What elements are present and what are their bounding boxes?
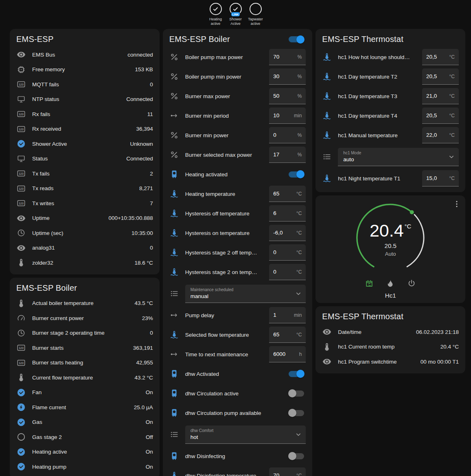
entity-row[interactable]: 123Tx fails2 (10, 166, 160, 181)
entity-row[interactable]: 123Burner starts heating42,955 (10, 355, 160, 371)
entity-row[interactable]: Burner min period10min (163, 106, 313, 125)
entity-row[interactable]: Burner min power0% (163, 125, 313, 145)
entity-row[interactable]: hc1 Night temperature T115,0°C (315, 169, 465, 188)
entity-row[interactable]: Hysteresis stage 2 off temp…0°C (163, 243, 313, 262)
number-input[interactable]: 22,0°C (422, 127, 459, 143)
entity-row[interactable]: Boiler pump max power70% (163, 47, 313, 67)
entity-row[interactable]: hc1 How hot lounge should…20,5°C (315, 47, 465, 67)
number-input[interactable]: 65°C (269, 186, 306, 202)
entity-row[interactable]: NTP statusConnected (10, 92, 160, 107)
entity-row[interactable]: StatusConnected (10, 151, 160, 167)
entity-row[interactable]: Burner max power50% (163, 86, 313, 106)
select-field[interactable]: hc1 Modeauto (338, 148, 459, 166)
entity-row[interactable]: dhw Disinfection temperature70°C (163, 466, 313, 476)
entity-row[interactable]: Free memory153 KB (10, 62, 160, 77)
entity-row[interactable]: Heating activated (163, 165, 313, 184)
number-input[interactable]: 0°C (269, 264, 306, 280)
number-input[interactable]: 6000h (269, 346, 306, 362)
number-input[interactable]: 0°C (269, 244, 306, 261)
entity-row[interactable]: GasOn (10, 415, 160, 430)
number-input[interactable]: 17% (269, 147, 306, 163)
entity-name: Burner max power (185, 93, 263, 99)
entity-row[interactable]: 123Tx writes7 (10, 196, 160, 211)
more-options-button[interactable] (452, 200, 462, 209)
glance-item[interactable]: Heating active (206, 3, 225, 29)
entity-row[interactable]: Burner stage 2 operating time0 (10, 326, 160, 341)
number-input[interactable]: 0% (269, 127, 306, 143)
entity-row[interactable]: EMS Busconnected (10, 47, 160, 62)
entity-row[interactable]: Time to next maintenance6000h (163, 344, 313, 364)
entity-name: Tx reads (32, 185, 133, 191)
entity-row[interactable]: analog310 (10, 241, 160, 256)
number-input[interactable]: 20,5°C (422, 68, 459, 85)
entity-row[interactable]: dhw Circulation active (163, 384, 313, 403)
entity-row[interactable]: hc1 Manual temperature22,0°C (315, 125, 465, 145)
thermostat-dial[interactable]: 20.4 °C 20.5 Auto (354, 201, 427, 276)
number-input[interactable]: 30% (269, 68, 306, 85)
entity-row[interactable]: Maintenance scheduledmanual (163, 282, 313, 305)
number-input[interactable]: 21,0°C (422, 88, 459, 104)
entity-row[interactable]: 123Rx received36,394 (10, 122, 160, 137)
entity-row[interactable]: hc1 Program switchtime00 mo 00:00 T1 (315, 354, 465, 369)
target-temperature: 20.5 (385, 242, 397, 249)
entity-row[interactable]: Gas stage 2Off (10, 430, 160, 445)
entity-row[interactable]: 123Rx fails11 (10, 107, 160, 122)
entity-row[interactable]: 123Burner starts363,191 (10, 340, 160, 355)
entity-row[interactable]: Date/time06.02.2023 21:18 (315, 325, 465, 340)
entity-row[interactable]: hc1 Current room temp20.4 °C (315, 340, 465, 355)
number-input[interactable]: 10min (269, 107, 306, 124)
entity-row[interactable]: hc1 Day temperature T321,0°C (315, 86, 465, 106)
entity-row[interactable]: Heating pumpOn (10, 459, 160, 474)
entity-row[interactable]: Boiler pump min power30% (163, 67, 313, 86)
entity-row[interactable]: 123MQTT fails0 (10, 77, 160, 92)
number-input[interactable]: 20,5°C (422, 49, 459, 65)
toggle-switch[interactable] (289, 171, 304, 178)
card-toggle-switch[interactable] (289, 36, 304, 42)
entity-row[interactable]: hc1 Modeauto (315, 145, 465, 169)
entity-row[interactable]: Burner selected max power17% (163, 145, 313, 165)
calendar-sync-icon[interactable] (364, 279, 374, 288)
entity-row[interactable]: Hysteresis stage 2 on temp…0°C (163, 262, 313, 282)
entity-row[interactable]: Heating activeOn (10, 445, 160, 460)
number-input[interactable]: 6°C (269, 205, 306, 222)
toggle-switch[interactable] (289, 453, 304, 459)
entity-row[interactable]: Current flow temperature43.2 °C (10, 370, 160, 385)
entity-row[interactable]: Shower ActiveUnknown (10, 136, 160, 151)
entity-row[interactable]: Burner current power23% (10, 311, 160, 326)
number-input[interactable]: -6,0°C (269, 225, 306, 241)
glance-item[interactable]: Tapwater active (246, 3, 265, 29)
number-input[interactable]: 20,5°C (422, 107, 459, 124)
number-input[interactable]: 50% (269, 88, 306, 104)
number-input[interactable]: 70% (269, 49, 306, 65)
entity-row[interactable]: hc1 Day temperature T420,5°C (315, 106, 465, 125)
entity-row[interactable]: zolder3218.6 °C (10, 255, 160, 270)
entity-row[interactable]: Uptime000+10:35:00.888 (10, 211, 160, 226)
entity-row[interactable]: Actual boiler temperature43.5 °C (10, 296, 160, 311)
select-field[interactable]: Maintenance scheduledmanual (185, 285, 306, 303)
toggle-switch[interactable] (289, 390, 304, 397)
toggle-switch[interactable] (289, 371, 304, 377)
entity-row[interactable]: hc1 Day temperature T220,5°C (315, 67, 465, 86)
entity-row[interactable]: dhw Comforthot (163, 423, 313, 446)
select-field[interactable]: dhw Comforthot (185, 426, 306, 444)
entity-row[interactable]: Pump delay1min (163, 305, 313, 325)
entity-row[interactable]: 123Tx reads8,271 (10, 181, 160, 196)
glance-item[interactable]: LINKShower Active (226, 3, 245, 29)
fire-icon[interactable] (386, 279, 395, 288)
entity-row[interactable]: Heating temperature65°C (163, 184, 313, 204)
entity-row[interactable]: dhw Circulation pump available (163, 403, 313, 423)
entity-row[interactable]: Selected flow temperature65°C (163, 325, 313, 344)
entity-row[interactable]: FanOn (10, 385, 160, 400)
number-input[interactable]: 1min (269, 307, 306, 323)
entity-row[interactable]: Hysteresis off temperature6°C (163, 204, 313, 223)
toggle-switch[interactable] (289, 410, 304, 416)
number-input[interactable]: 65°C (269, 327, 306, 343)
entity-row[interactable]: Hysteresis on temperature-6,0°C (163, 223, 313, 243)
entity-row[interactable]: Uptime (sec)10:35:00 (10, 226, 160, 241)
entity-row[interactable]: dhw Disinfecting (163, 446, 313, 466)
power-icon[interactable] (407, 279, 416, 288)
entity-row[interactable]: dhw Activated (163, 364, 313, 384)
entity-row[interactable]: Flame current25.0 µA (10, 400, 160, 415)
number-input[interactable]: 70°C (269, 467, 306, 476)
number-input[interactable]: 15,0°C (422, 170, 459, 186)
